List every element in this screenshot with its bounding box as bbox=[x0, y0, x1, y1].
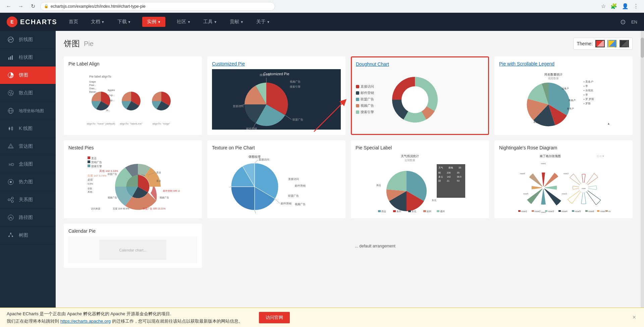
sidebar-item-kline[interactable]: K 线图 bbox=[0, 120, 56, 138]
chart-title-nightingale: Nightingale's Rose Diagram bbox=[499, 145, 628, 150]
extensions-button[interactable]: 🧩 bbox=[609, 2, 619, 11]
lang-button[interactable]: EN bbox=[631, 19, 637, 25]
profile-button[interactable]: 👤 bbox=[621, 2, 630, 11]
svg-text:视频广告: 视频广告 bbox=[160, 196, 169, 199]
svg-text:35: 35 bbox=[457, 172, 460, 174]
sidebar-item-path[interactable]: 路径图 bbox=[0, 209, 56, 227]
menu-button[interactable]: ⋮ bbox=[632, 2, 640, 11]
scrollbar-thumb[interactable] bbox=[641, 38, 644, 58]
theme-dark[interactable] bbox=[620, 40, 629, 47]
sidebar-item-relation[interactable]: 关系图 bbox=[0, 191, 56, 209]
sidebar-item-tree[interactable]: 树图 bbox=[0, 227, 56, 244]
svg-text:百度 104 40.9%: 百度 104 40.9% bbox=[113, 207, 129, 210]
sidebar-item-line[interactable]: 折线图 bbox=[0, 31, 56, 49]
bar-chart-icon bbox=[7, 53, 15, 61]
chart-card-doughnut[interactable]: Doughnut Chart 直接访问 邮件营销 bbox=[351, 56, 489, 135]
sidebar-label-bar: 柱状图 bbox=[19, 54, 33, 60]
svg-text:142: 142 bbox=[447, 176, 451, 178]
sidebar-item-pie[interactable]: 饼图 bbox=[0, 66, 56, 84]
svg-point-27 bbox=[8, 215, 13, 220]
tree-icon bbox=[7, 231, 15, 239]
svg-text:35: 35 bbox=[459, 167, 461, 169]
svg-text:Pear...: Pear... bbox=[89, 84, 96, 86]
svg-rect-74 bbox=[88, 156, 90, 159]
svg-rect-148 bbox=[518, 210, 521, 212]
nav-examples[interactable]: 实例 ▼ bbox=[142, 17, 165, 27]
sidebar-label-heat: 热力图 bbox=[19, 179, 33, 185]
theme-red[interactable] bbox=[595, 40, 605, 47]
chart-title-special-label: Pie Special Label bbox=[356, 145, 484, 150]
browser-actions: ☆ 🧩 👤 ⋮ bbox=[600, 2, 640, 11]
page-title-area: 饼图 Pie bbox=[64, 38, 94, 49]
chart-card-texture[interactable]: Texture on Pie Chart 饼图纹理 bbox=[207, 140, 345, 218]
svg-line-97 bbox=[255, 160, 258, 163]
sidebar-item-radar[interactable]: 雷达图 bbox=[0, 138, 56, 155]
chart-thumb-special-label: 天气情况统计 近期数量 天气 夜晚 35 晴 200 35 多云 142 38.… bbox=[356, 153, 484, 214]
svg-text:9.9%: 9.9% bbox=[88, 183, 93, 185]
nav-community[interactable]: 社区 ▼ bbox=[175, 17, 192, 27]
github-icon[interactable]: ⊙ bbox=[620, 18, 626, 26]
nav-about[interactable]: 关于 ▼ bbox=[255, 17, 271, 27]
svg-text:搜索引擎: 搜索引擎 bbox=[260, 74, 270, 77]
nav-contribute[interactable]: 贡献 ▼ bbox=[228, 17, 245, 27]
forward-button[interactable]: → bbox=[16, 2, 25, 11]
nav-tools[interactable]: 工具 ▼ bbox=[202, 17, 218, 27]
svg-rect-2 bbox=[10, 56, 11, 60]
box-icon: HDH bbox=[7, 160, 15, 168]
svg-point-6 bbox=[9, 92, 10, 93]
back-button[interactable]: ← bbox=[4, 2, 13, 11]
svg-text:rose6: rose6 bbox=[520, 173, 525, 175]
svg-rect-111 bbox=[437, 164, 465, 198]
sidebar-label-map: 地理坐标/地图 bbox=[19, 108, 44, 114]
refresh-button[interactable]: ↻ bbox=[28, 2, 38, 11]
browser-bar: ← → ↻ 🔒 echartsjs.com/examples/zh/index.… bbox=[0, 0, 644, 13]
sidebar-item-heat[interactable]: 热力图 bbox=[0, 173, 56, 191]
svg-text:rose2: rose2 bbox=[564, 173, 569, 175]
svg-point-60 bbox=[402, 87, 428, 112]
sidebar-item-bar[interactable]: 柱状图 bbox=[0, 49, 56, 66]
chart-card-nested[interactable]: Nested Pies 直达 营销广告 搜索引擎 其他 102 3.33% 百度… bbox=[64, 140, 202, 218]
svg-text:表半户: 表半户 bbox=[567, 107, 574, 110]
chart-card-pie-label-align[interactable]: Pie Label Align Pie label alignTo Grape … bbox=[64, 56, 202, 135]
main-layout: 折线图 柱状图 饼图 散点图 地理坐标/地图 bbox=[0, 31, 644, 327]
chart-card-nightingale[interactable]: Nightingale's Rose Diagram 南丁格尔玫瑰图 □ ○ × bbox=[494, 140, 633, 218]
address-bar[interactable]: 🔒 echartsjs.com/examples/zh/index.html#c… bbox=[40, 2, 275, 11]
svg-point-24 bbox=[11, 200, 13, 202]
theme-yellow[interactable] bbox=[607, 40, 617, 47]
chart-title-customized-pie: Customized Pie bbox=[212, 61, 341, 66]
chart-card-scrollable[interactable]: Pie with Scrollable Legend 同名数量统计 视图数量 bbox=[494, 56, 633, 135]
nav-home[interactable]: 首页 bbox=[67, 17, 79, 27]
svg-text:搜索引擎: 搜索引擎 bbox=[91, 165, 102, 168]
chart-card-special-label[interactable]: Pie Special Label 天气情况统计 近期数量 天气 夜晚 35 晴… bbox=[351, 140, 489, 218]
svg-text:Oran...: Oran... bbox=[89, 87, 96, 90]
svg-text:Pie label alignTo: Pie label alignTo bbox=[89, 75, 111, 78]
svg-text:直达: 直达 bbox=[156, 171, 161, 174]
star-button[interactable]: ☆ bbox=[600, 2, 607, 11]
svg-text:南丁格尔玫瑰图: 南丁格尔玫瑰图 bbox=[540, 154, 561, 158]
chart-card-calendar-pie[interactable]: Calendar Pie Calendar chart... bbox=[64, 224, 202, 268]
svg-text:邮件营销: 邮件营销 bbox=[246, 127, 257, 130]
notif-link[interactable]: https://echarts.apache.org bbox=[60, 319, 111, 324]
sidebar-item-box[interactable]: HDH 盒须图 bbox=[0, 155, 56, 173]
sidebar-item-map[interactable]: 地理坐标/地图 bbox=[0, 102, 56, 120]
svg-text:营销广告: 营销广告 bbox=[91, 161, 102, 164]
svg-text:美各户: 美各户 bbox=[569, 99, 576, 101]
svg-point-22 bbox=[8, 199, 10, 201]
svg-point-8 bbox=[10, 94, 11, 95]
svg-text:St...: St... bbox=[106, 109, 110, 111]
svg-text:alignTo: "edge": alignTo: "edge" bbox=[152, 122, 170, 125]
svg-rect-160 bbox=[597, 210, 599, 212]
chart-card-customized-pie[interactable]: Customized Pie Customized Pie 视频广告 搜索引擎 bbox=[207, 56, 345, 135]
svg-rect-129 bbox=[408, 210, 411, 212]
svg-text:alignTo: "labelLine": alignTo: "labelLine" bbox=[120, 122, 143, 125]
visit-btn[interactable]: 访问官网 bbox=[259, 312, 290, 323]
sidebar-label-line: 折线图 bbox=[19, 37, 33, 43]
svg-rect-76 bbox=[88, 160, 90, 163]
svg-text:阴: 阴 bbox=[438, 180, 441, 182]
scrollbar-track[interactable] bbox=[641, 31, 644, 327]
close-notification-button[interactable]: × bbox=[631, 313, 637, 322]
nav-docs[interactable]: 文档 ▼ bbox=[90, 17, 106, 27]
nav-download[interactable]: 下载 ▼ bbox=[116, 17, 132, 27]
chart-thumb-texture: 饼图纹理 直接访问 邮件营销 bbox=[212, 153, 341, 214]
sidebar-item-scatter[interactable]: 散点图 bbox=[0, 84, 56, 102]
